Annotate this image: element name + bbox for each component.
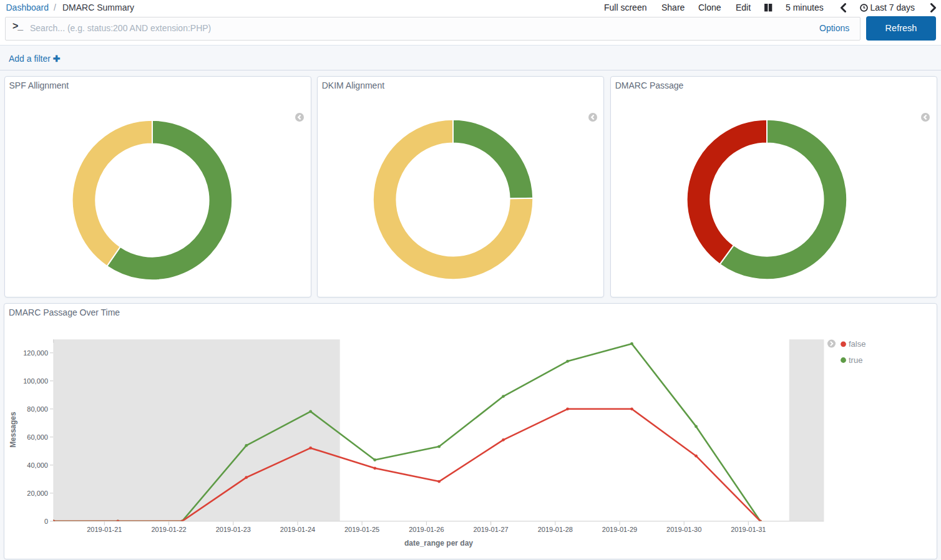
svg-text:100,000: 100,000 — [23, 377, 48, 385]
svg-text:20,000: 20,000 — [27, 490, 48, 497]
svg-text:2019-01-25: 2019-01-25 — [344, 526, 379, 533]
svg-text:0: 0 — [44, 518, 48, 525]
svg-text:2019-01-30: 2019-01-30 — [666, 526, 701, 533]
svg-text:2019-01-22: 2019-01-22 — [151, 526, 186, 533]
svg-text:80,000: 80,000 — [27, 405, 48, 413]
svg-text:2019-01-21: 2019-01-21 — [87, 526, 122, 533]
svg-text:2019-01-23: 2019-01-23 — [216, 526, 251, 533]
svg-text:2019-01-27: 2019-01-27 — [473, 526, 508, 533]
svg-text:60,000: 60,000 — [27, 433, 48, 441]
svg-text:Messages: Messages — [9, 412, 17, 448]
svg-text:40,000: 40,000 — [27, 461, 48, 469]
svg-text:2019-01-24: 2019-01-24 — [280, 526, 315, 533]
svg-text:true: true — [849, 355, 862, 365]
svg-text:2019-01-31: 2019-01-31 — [731, 526, 766, 533]
svg-text:date_range per day: date_range per day — [404, 539, 473, 548]
svg-text:false: false — [849, 339, 865, 349]
svg-text:120,000: 120,000 — [23, 349, 48, 357]
svg-text:2019-01-28: 2019-01-28 — [538, 526, 573, 533]
svg-text:2019-01-29: 2019-01-29 — [602, 526, 637, 533]
svg-text:2019-01-26: 2019-01-26 — [409, 526, 444, 533]
